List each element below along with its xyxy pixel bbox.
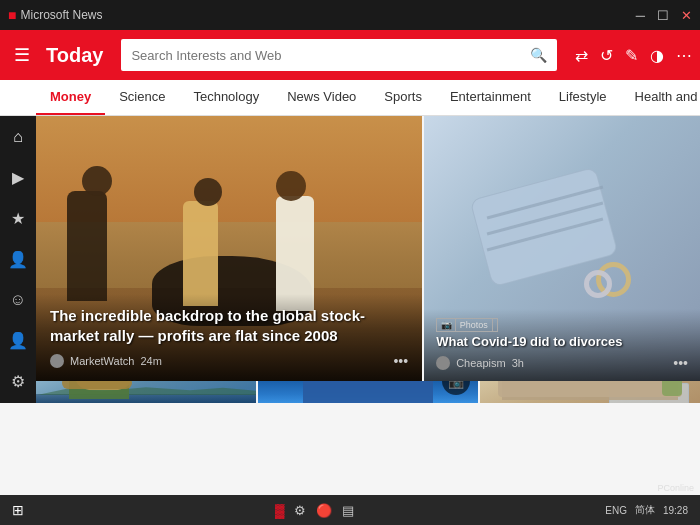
sidebar-account-icon[interactable]: 👤	[4, 327, 32, 354]
article-main[interactable]: The incredible backdrop to the global st…	[36, 116, 422, 381]
taskbar-start[interactable]: ⊞	[12, 502, 24, 518]
article-main-overlay: The incredible backdrop to the global st…	[36, 294, 422, 381]
tab-health-fitness[interactable]: Health and Fitness	[621, 80, 700, 116]
content-area: Money Science Technology News Video Spor…	[0, 80, 700, 403]
header-actions: ⇄ ↺ ✎ ◑ ⋯	[575, 46, 692, 65]
nav-tabs: Money Science Technology News Video Spor…	[0, 80, 700, 116]
taskbar-menu-icon[interactable]: ▤	[342, 503, 354, 518]
edit-icon[interactable]: ✎	[625, 46, 638, 65]
news-grid: The incredible backdrop to the global st…	[36, 116, 700, 403]
sidebar-saved-icon[interactable]: ★	[7, 205, 29, 232]
taskbar-icons: ▓ ⚙ 🔴 ▤	[275, 503, 354, 518]
main-content: ⌂ ▶ ★ 👤 ☺ 👤 ⚙	[0, 116, 700, 403]
side-article-time: 3h	[512, 357, 524, 369]
tab-money[interactable]: Money	[36, 80, 105, 116]
article-side[interactable]: 📷 Photos What Covid-19 did to divorces C…	[424, 116, 700, 381]
hamburger-menu[interactable]: ☰	[8, 40, 36, 70]
article-more-button[interactable]: •••	[393, 353, 408, 369]
taskbar-antivirus-icon[interactable]: 🔴	[316, 503, 332, 518]
taskbar-settings-icon[interactable]: ⚙	[294, 503, 306, 518]
tab-sports[interactable]: Sports	[370, 80, 436, 116]
left-sidebar: ⌂ ▶ ★ 👤 ☺ 👤 ⚙	[0, 116, 36, 403]
search-bar[interactable]: 🔍	[121, 39, 557, 71]
article-main-title: The incredible backdrop to the global st…	[50, 306, 408, 345]
minimize-button[interactable]: ─	[636, 8, 645, 23]
news-row-bottom: 📷	[36, 381, 700, 403]
side-article-source: Cheapism	[456, 357, 506, 369]
taskbar-right: ENG 简体 19:28	[605, 503, 688, 517]
watermark: PConline	[657, 483, 694, 493]
news-row-top: The incredible backdrop to the global st…	[36, 116, 700, 381]
article-source: MarketWatch	[70, 355, 134, 367]
sidebar-emoji-icon[interactable]: ☺	[6, 287, 30, 313]
display-icon[interactable]: ◑	[650, 46, 664, 65]
titlebar-title: Microsoft News	[16, 8, 635, 22]
article-side-badge: 📷 Photos	[436, 319, 688, 330]
taskbar-language: ENG	[605, 505, 627, 516]
article-small-1[interactable]	[36, 381, 256, 403]
side-source-avatar	[436, 356, 450, 370]
transfer-icon[interactable]: ⇄	[575, 46, 588, 65]
refresh-icon[interactable]: ↺	[600, 46, 613, 65]
header-today: Today	[46, 44, 103, 67]
article-side-title: What Covid-19 did to divorces	[436, 334, 688, 351]
window-controls[interactable]: ─ ☐ ✕	[636, 8, 692, 23]
side-article-more-button[interactable]: •••	[673, 355, 688, 371]
tab-science[interactable]: Science	[105, 80, 179, 116]
close-button[interactable]: ✕	[681, 8, 692, 23]
windows-start-icon[interactable]: ⊞	[12, 502, 24, 518]
tab-entertainment[interactable]: Entertainment	[436, 80, 545, 116]
taskbar-news-icon[interactable]: ▓	[275, 503, 284, 518]
article-side-overlay: 📷 Photos What Covid-19 did to divorces C…	[424, 309, 700, 381]
sidebar-settings-icon[interactable]: ⚙	[7, 368, 29, 395]
article-time: 24m	[140, 355, 161, 367]
article-meta: MarketWatch 24m •••	[50, 353, 408, 369]
sidebar-home-icon[interactable]: ⌂	[9, 124, 27, 150]
more-icon[interactable]: ⋯	[676, 46, 692, 65]
tab-technology[interactable]: Technology	[179, 80, 273, 116]
app-header: ☰ Today 🔍 ⇄ ↺ ✎ ◑ ⋯	[0, 30, 700, 80]
sidebar-video-icon[interactable]: ▶	[8, 164, 28, 191]
article-side-meta: Cheapism 3h •••	[436, 355, 688, 371]
tab-news-video[interactable]: News Video	[273, 80, 370, 116]
maximize-button[interactable]: ☐	[657, 8, 669, 23]
search-icon[interactable]: 🔍	[530, 47, 547, 63]
article-small-3[interactable]	[480, 381, 700, 403]
taskbar: ⊞ ▓ ⚙ 🔴 ▤ ENG 简体 19:28	[0, 495, 700, 525]
tab-lifestyle[interactable]: Lifestyle	[545, 80, 621, 116]
titlebar: ■ Microsoft News ─ ☐ ✕	[0, 0, 700, 30]
app-icon: ■	[8, 7, 16, 23]
badge-label: 📷 Photos	[436, 318, 498, 332]
article-small-2[interactable]: 📷	[258, 381, 478, 403]
search-input[interactable]	[131, 48, 524, 63]
source-avatar	[50, 354, 64, 368]
taskbar-region: 简体	[635, 503, 655, 517]
taskbar-time: 19:28	[663, 505, 688, 516]
sidebar-profile-icon[interactable]: 👤	[4, 246, 32, 273]
